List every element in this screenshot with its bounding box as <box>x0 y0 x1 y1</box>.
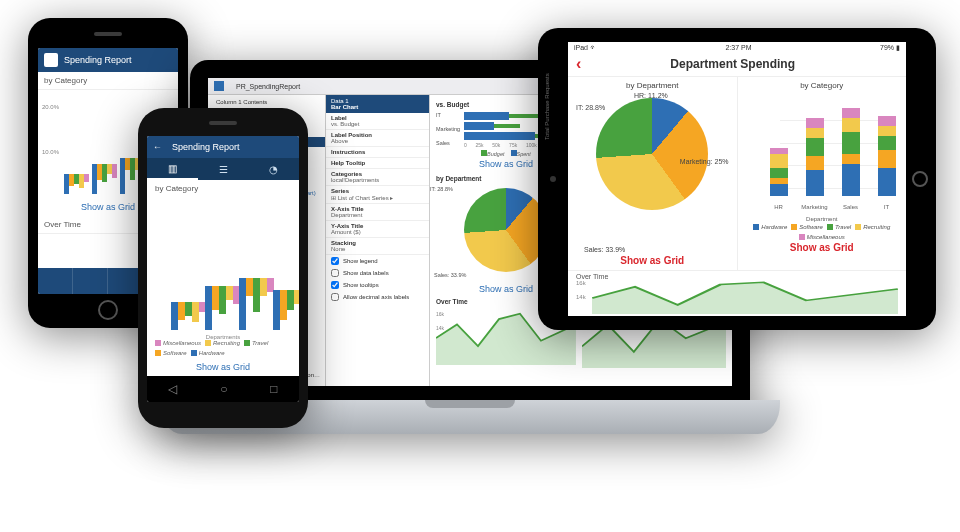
pie-label: IT: 28.8% <box>576 104 605 111</box>
phone2-show-as-grid[interactable]: Show as Grid <box>147 362 299 372</box>
legend-item: Miscellaneous <box>163 340 201 346</box>
tree-row[interactable]: Column 1 Contents <box>208 97 325 107</box>
pie-label: Marketing: 25% <box>680 158 729 165</box>
property-checkbox[interactable]: Show tooltips <box>326 279 429 291</box>
tablet-over-time: Over Time 16k 14k <box>568 270 906 316</box>
props-header: Data 1 Bar Chart <box>326 95 429 113</box>
app-icon <box>214 81 224 91</box>
property-row[interactable]: Labelvs. Budget <box>326 113 429 130</box>
row-label: Marketing <box>436 126 460 132</box>
phone1-section-label: by Category <box>38 72 178 90</box>
tab-item[interactable] <box>73 268 108 294</box>
property-row[interactable]: Series⊞ List of Chart Series ▸ <box>326 186 429 204</box>
tablet-stacked-chart: HR Marketing Sales IT <box>762 98 895 210</box>
phone2-stacked-bar-chart: Departments <box>155 205 291 330</box>
ytick: 20.0% <box>42 104 59 110</box>
tablet-title: Department Spending <box>581 57 884 71</box>
tablet-right-col: by Category Total Purchase Requests <box>737 77 907 270</box>
ytick: 10.0% <box>42 149 59 155</box>
tab-item[interactable] <box>38 268 73 294</box>
pie-label: Sales: 33.9% <box>584 246 625 253</box>
phone2-legend: Miscellaneous Recruiting Travel Software… <box>147 338 299 362</box>
row-label: IT <box>436 112 441 118</box>
x-axis-label: Departments <box>155 334 291 340</box>
legend-item: Hardware <box>199 350 225 356</box>
phone2-title: Spending Report <box>172 142 240 152</box>
tablet-left-show-grid[interactable]: Show as Grid <box>576 255 729 266</box>
phone2-tabs: ▥ ☰ ◔ <box>147 158 299 180</box>
tab-chart-icon[interactable]: ▥ <box>147 158 198 180</box>
property-checkbox[interactable]: Show legend <box>326 255 429 267</box>
phone2-header: ← Spending Report <box>147 136 299 158</box>
x-axis-label: Department <box>746 216 899 222</box>
home-button[interactable] <box>912 171 928 187</box>
properties-panel: Data 1 Bar Chart Labelvs. BudgetLabel Po… <box>326 95 430 386</box>
tablet-header: ‹ Department Spending <box>568 54 906 77</box>
property-row[interactable]: StackingNone <box>326 238 429 255</box>
android-nav: ◁ ○ □ <box>147 376 299 402</box>
back-icon[interactable]: ← <box>153 142 162 152</box>
speaker-slot <box>94 32 122 36</box>
property-row[interactable]: Categorieslocal!Departments <box>326 169 429 186</box>
property-row[interactable]: Y-Axis TitleAmount ($) <box>326 221 429 238</box>
phone2-screen: ← Spending Report ▥ ☰ ◔ by Category <box>147 136 299 402</box>
status-battery: 79% ▮ <box>880 44 900 52</box>
phone2-section: by Category <box>147 180 299 197</box>
phone1-header: Spending Report <box>38 48 178 72</box>
status-left: iPad ᯤ <box>574 44 597 52</box>
file-name: PR_SpendingReport <box>236 83 300 90</box>
legend-item: Travel <box>252 340 268 346</box>
status-bar: iPad ᯤ 2:37 PM 79% ▮ <box>568 42 906 54</box>
tablet-right-show-grid[interactable]: Show as Grid <box>746 242 899 253</box>
home-button[interactable] <box>98 300 118 320</box>
tab-list-icon[interactable]: ☰ <box>198 158 249 180</box>
tablet-left-col: by Department HR: 11.2% IT: 28.8% Market… <box>568 77 737 270</box>
nav-back-icon[interactable]: ◁ <box>168 382 177 396</box>
avatar-icon[interactable] <box>44 53 58 67</box>
nav-home-icon[interactable]: ○ <box>220 382 227 396</box>
legend-item: Recruiting <box>213 340 240 346</box>
tablet-right-sub: by Category <box>746 81 899 90</box>
nav-recent-icon[interactable]: □ <box>270 382 277 396</box>
property-row[interactable]: Instructions <box>326 147 429 158</box>
tablet-legend: Hardware Software Travel Recruiting Misc… <box>746 224 899 240</box>
android-device: ← Spending Report ▥ ☰ ◔ by Category <box>138 108 308 428</box>
legend-item: Software <box>163 350 187 356</box>
row-label: Sales <box>436 140 450 146</box>
tab-more-icon[interactable]: ◔ <box>248 158 299 180</box>
tablet-screen: iPad ᯤ 2:37 PM 79% ▮ ‹ Department Spendi… <box>568 42 906 316</box>
tablet-pie <box>596 98 708 210</box>
camera-icon <box>550 176 556 182</box>
property-row[interactable]: X-Axis TitleDepartment <box>326 204 429 221</box>
speaker-slot <box>209 121 237 125</box>
tablet-left-sub: by Department <box>576 81 729 90</box>
pie-label: HR: 11.2% <box>634 92 668 99</box>
property-row[interactable]: Help Tooltip <box>326 158 429 169</box>
property-checkbox[interactable]: Allow decimal axis labels <box>326 291 429 303</box>
ipad-device: iPad ᯤ 2:37 PM 79% ▮ ‹ Department Spendi… <box>538 28 936 330</box>
over-time-label: Over Time <box>576 273 898 280</box>
phone1-title: Spending Report <box>64 55 132 65</box>
property-checkbox[interactable]: Show data labels <box>326 267 429 279</box>
property-row[interactable]: Label PositionAbove <box>326 130 429 147</box>
status-time: 2:37 PM <box>725 44 751 52</box>
